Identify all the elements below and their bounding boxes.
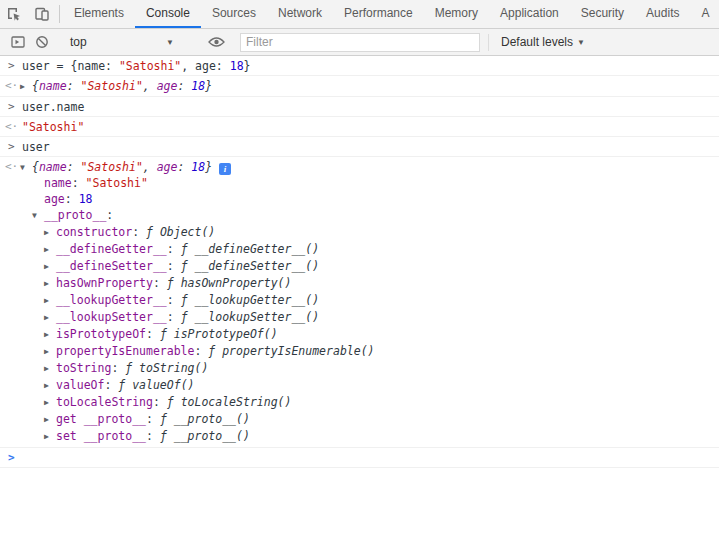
token-func: ƒ __proto__() <box>160 412 250 426</box>
token-string: "Satoshi" <box>22 120 84 134</box>
object-tree-row[interactable]: ▶isPrototypeOf: ƒ isPrototypeOf() <box>0 326 711 343</box>
object-tree-row[interactable]: ▼__proto__: <box>0 207 711 224</box>
object-tree-row[interactable]: ▶propertyIsEnumerable: ƒ propertyIsEnume… <box>0 343 711 360</box>
inspect-element-icon[interactable] <box>0 0 28 28</box>
token-func: ƒ __lookupSetter__() <box>181 310 319 324</box>
token-propname: __lookupGetter__ <box>56 293 167 307</box>
disclosure-triangle-expanded-icon[interactable]: ▼ <box>32 208 44 224</box>
device-toolbar-icon[interactable] <box>28 0 56 28</box>
token-plain: : <box>146 429 160 443</box>
token-plain: user <box>22 140 50 154</box>
console-result-row: <·▶{name: "Satoshi", age: 18} <box>0 76 719 97</box>
token-plain: : <box>146 327 160 341</box>
disclosure-triangle-icon[interactable]: ▶ <box>44 310 56 326</box>
object-tree-row[interactable]: ▶hasOwnProperty: ƒ hasOwnProperty() <box>0 275 711 292</box>
object-tree-row[interactable]: ▶toString: ƒ toString() <box>0 360 711 377</box>
info-icon[interactable]: i <box>219 163 231 175</box>
token-propname: toLocaleString <box>56 395 153 409</box>
disclosure-triangle-icon[interactable]: ▶ <box>44 378 56 394</box>
token-string: "Satoshi" <box>81 79 143 93</box>
tab-elements[interactable]: Elements <box>63 0 135 28</box>
tab-performance[interactable]: Performance <box>333 0 424 28</box>
tab-console[interactable]: Console <box>135 0 201 28</box>
console-command-row: >user = {name: "Satoshi", age: 18} <box>0 56 719 76</box>
disclosure-triangle-icon[interactable]: ▶ <box>44 225 56 241</box>
token-plain: , age: <box>181 59 229 73</box>
token-func: ƒ hasOwnProperty() <box>167 276 292 290</box>
token-propname: name <box>44 176 72 190</box>
object-tree-row[interactable]: ▶__defineSetter__: ƒ __defineSetter__() <box>0 258 711 275</box>
token-propname: constructor <box>56 225 132 239</box>
token-propname: set __proto__ <box>56 429 146 443</box>
token-func: ƒ isPrototypeOf() <box>160 327 278 341</box>
disclosure-triangle-icon[interactable]: ▶ <box>44 276 56 292</box>
disclosure-triangle-icon[interactable]: ▶ <box>44 259 56 275</box>
token-plain: user.name <box>22 100 84 114</box>
token-plain: : <box>72 176 86 190</box>
object-tree-row[interactable]: ▶get __proto__: ƒ __proto__() <box>0 411 711 428</box>
tab-network[interactable]: Network <box>267 0 333 28</box>
clear-console-icon[interactable] <box>30 35 54 49</box>
token-propname: __lookupSetter__ <box>56 310 167 324</box>
disclosure-triangle-icon[interactable]: ▶ <box>44 412 56 428</box>
tab-a[interactable]: A <box>690 0 719 28</box>
token-propname: age <box>157 160 178 174</box>
token-propname: propertyIsEnumerable <box>56 344 194 358</box>
token-plain: : <box>167 310 181 324</box>
object-tree-row[interactable]: ▶set __proto__: ƒ __proto__() <box>0 428 711 445</box>
token-plain: : <box>194 344 208 358</box>
console-output: >user = {name: "Satoshi", age: 18}<·▶{na… <box>0 56 719 468</box>
console-result-row: <·▼{name: "Satoshi", age: 18}iname: "Sat… <box>0 157 719 448</box>
token-plain: { <box>32 79 39 93</box>
disclosure-triangle-expanded-icon[interactable]: ▼ <box>20 161 32 175</box>
disclosure-triangle-icon[interactable]: ▶ <box>44 395 56 411</box>
token-plain: : <box>111 361 125 375</box>
token-plain: { <box>32 160 39 174</box>
chevron-down-icon: ▼ <box>166 38 174 47</box>
console-prompt-row[interactable]: > <box>0 448 719 468</box>
toolbar-divider <box>59 5 60 23</box>
token-string: "Satoshi" <box>86 176 148 190</box>
token-func: ƒ valueOf() <box>118 378 194 392</box>
log-levels-dropdown[interactable]: Default levels ▼ <box>497 33 589 51</box>
disclosure-triangle-icon[interactable]: ▶ <box>44 327 56 343</box>
token-string: "Satoshi" <box>81 160 143 174</box>
object-tree-row[interactable]: ▶__defineGetter__: ƒ __defineGetter__() <box>0 241 711 258</box>
token-propname: name <box>39 79 67 93</box>
tab-audits[interactable]: Audits <box>635 0 690 28</box>
object-tree-row[interactable]: ▶constructor: ƒ Object() <box>0 224 711 241</box>
tab-memory[interactable]: Memory <box>424 0 489 28</box>
disclosure-triangle-icon[interactable]: ▶ <box>44 429 56 445</box>
execution-context-selector[interactable]: top ▼ <box>66 33 178 51</box>
disclosure-triangle-icon[interactable]: ▶ <box>20 80 32 94</box>
log-levels-label: Default levels <box>501 35 573 49</box>
disclosure-triangle-icon[interactable]: ▶ <box>44 361 56 377</box>
token-number: 18 <box>191 79 205 93</box>
object-tree-row[interactable]: ▶toLocaleString: ƒ toLocaleString() <box>0 394 711 411</box>
tab-application[interactable]: Application <box>489 0 570 28</box>
disclosure-triangle-icon[interactable]: ▶ <box>44 242 56 258</box>
console-result-marker: <· <box>5 120 18 134</box>
token-number: 18 <box>191 160 205 174</box>
object-tree-row[interactable]: ▶__lookupSetter__: ƒ __lookupSetter__() <box>0 309 711 326</box>
token-propname: __defineGetter__ <box>56 242 167 256</box>
console-command-row: >user.name <box>0 97 719 117</box>
console-result-marker: <· <box>5 160 18 174</box>
token-plain: : <box>106 208 113 222</box>
console-sidebar-icon[interactable] <box>6 35 30 49</box>
object-tree-row[interactable]: ▶valueOf: ƒ valueOf() <box>0 377 711 394</box>
token-plain: } <box>205 79 212 93</box>
disclosure-triangle-icon[interactable]: ▶ <box>44 344 56 360</box>
disclosure-triangle-icon[interactable]: ▶ <box>44 293 56 309</box>
token-plain: : <box>67 79 81 93</box>
token-propname: get __proto__ <box>56 412 146 426</box>
token-propname: age <box>157 79 178 93</box>
object-tree-row[interactable]: ▶__lookupGetter__: ƒ __lookupGetter__() <box>0 292 711 309</box>
live-expression-eye-icon[interactable] <box>204 36 228 48</box>
devtools-window: ElementsConsoleSourcesNetworkPerformance… <box>0 0 719 468</box>
token-plain: : <box>177 160 191 174</box>
tab-sources[interactable]: Sources <box>201 0 267 28</box>
token-plain: } <box>244 59 251 73</box>
tab-security[interactable]: Security <box>570 0 635 28</box>
filter-input[interactable] <box>240 33 480 52</box>
